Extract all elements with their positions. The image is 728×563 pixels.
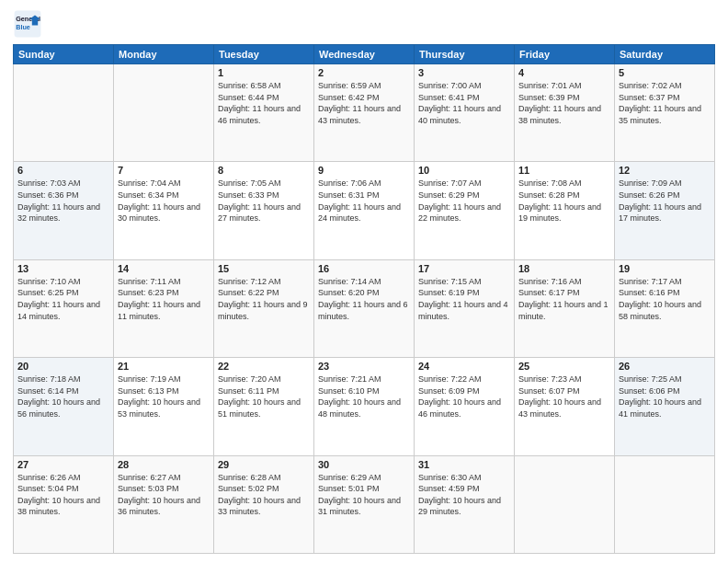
- day-info: Sunrise: 6:29 AM Sunset: 5:01 PM Dayligh…: [318, 472, 410, 518]
- page-header: General Blue: [13, 9, 715, 39]
- weekday-header-monday: Monday: [114, 45, 214, 64]
- day-info: Sunrise: 7:06 AM Sunset: 6:31 PM Dayligh…: [318, 178, 410, 224]
- day-number: 11: [518, 165, 610, 176]
- day-info: Sunrise: 6:26 AM Sunset: 5:04 PM Dayligh…: [17, 472, 109, 518]
- calendar-cell: 13Sunrise: 7:10 AM Sunset: 6:25 PM Dayli…: [14, 259, 114, 357]
- calendar-cell: 21Sunrise: 7:19 AM Sunset: 6:13 PM Dayli…: [114, 358, 214, 455]
- day-info: Sunrise: 7:03 AM Sunset: 6:36 PM Dayligh…: [17, 178, 109, 224]
- day-number: 30: [318, 459, 410, 470]
- day-number: 27: [17, 459, 109, 470]
- calendar-cell: 4Sunrise: 7:01 AM Sunset: 6:39 PM Daylig…: [515, 64, 615, 162]
- calendar-cell: [615, 455, 715, 553]
- calendar-cell: 25Sunrise: 7:23 AM Sunset: 6:07 PM Dayli…: [515, 358, 615, 455]
- day-number: 21: [118, 361, 210, 372]
- day-number: 18: [518, 263, 610, 274]
- day-number: 1: [218, 67, 310, 78]
- day-number: 28: [118, 459, 210, 470]
- calendar-week-3: 20Sunrise: 7:18 AM Sunset: 6:14 PM Dayli…: [14, 358, 715, 455]
- day-info: Sunrise: 7:01 AM Sunset: 6:39 PM Dayligh…: [518, 80, 610, 126]
- calendar-cell: 5Sunrise: 7:02 AM Sunset: 6:37 PM Daylig…: [615, 64, 715, 162]
- day-info: Sunrise: 7:02 AM Sunset: 6:37 PM Dayligh…: [619, 80, 711, 126]
- day-info: Sunrise: 7:12 AM Sunset: 6:22 PM Dayligh…: [218, 276, 310, 322]
- calendar-cell: [515, 455, 615, 553]
- calendar-cell: 3Sunrise: 7:00 AM Sunset: 6:41 PM Daylig…: [415, 64, 515, 162]
- calendar-cell: 20Sunrise: 7:18 AM Sunset: 6:14 PM Dayli…: [14, 358, 114, 455]
- calendar-cell: 1Sunrise: 6:58 AM Sunset: 6:44 PM Daylig…: [214, 64, 314, 162]
- day-info: Sunrise: 6:27 AM Sunset: 5:03 PM Dayligh…: [118, 472, 210, 518]
- calendar-cell: 14Sunrise: 7:11 AM Sunset: 6:23 PM Dayli…: [114, 259, 214, 357]
- calendar-cell: 2Sunrise: 6:59 AM Sunset: 6:42 PM Daylig…: [314, 64, 415, 162]
- weekday-header-wednesday: Wednesday: [314, 45, 415, 64]
- calendar-cell: 6Sunrise: 7:03 AM Sunset: 6:36 PM Daylig…: [14, 162, 114, 259]
- day-number: 25: [518, 361, 610, 372]
- calendar-cell: 22Sunrise: 7:20 AM Sunset: 6:11 PM Dayli…: [214, 358, 314, 455]
- calendar-week-1: 6Sunrise: 7:03 AM Sunset: 6:36 PM Daylig…: [14, 162, 715, 259]
- calendar-cell: 15Sunrise: 7:12 AM Sunset: 6:22 PM Dayli…: [214, 259, 314, 357]
- day-info: Sunrise: 7:20 AM Sunset: 6:11 PM Dayligh…: [218, 373, 310, 419]
- day-number: 29: [218, 459, 310, 470]
- day-number: 14: [118, 263, 210, 274]
- day-info: Sunrise: 7:16 AM Sunset: 6:17 PM Dayligh…: [518, 276, 610, 322]
- day-number: 3: [418, 67, 510, 78]
- day-number: 26: [619, 361, 711, 372]
- day-info: Sunrise: 7:00 AM Sunset: 6:41 PM Dayligh…: [418, 80, 510, 126]
- weekday-header-saturday: Saturday: [615, 45, 715, 64]
- weekday-header-friday: Friday: [515, 45, 615, 64]
- calendar-cell: 30Sunrise: 6:29 AM Sunset: 5:01 PM Dayli…: [314, 455, 415, 553]
- logo-icon: General Blue: [13, 9, 42, 39]
- day-number: 23: [318, 361, 410, 372]
- day-info: Sunrise: 7:10 AM Sunset: 6:25 PM Dayligh…: [17, 276, 109, 322]
- day-info: Sunrise: 7:17 AM Sunset: 6:16 PM Dayligh…: [619, 276, 711, 322]
- day-number: 15: [218, 263, 310, 274]
- calendar-cell: 27Sunrise: 6:26 AM Sunset: 5:04 PM Dayli…: [14, 455, 114, 553]
- calendar-week-2: 13Sunrise: 7:10 AM Sunset: 6:25 PM Dayli…: [14, 259, 715, 357]
- calendar-cell: 9Sunrise: 7:06 AM Sunset: 6:31 PM Daylig…: [314, 162, 415, 259]
- calendar-cell: 23Sunrise: 7:21 AM Sunset: 6:10 PM Dayli…: [314, 358, 415, 455]
- day-number: 2: [318, 67, 410, 78]
- calendar-cell: 17Sunrise: 7:15 AM Sunset: 6:19 PM Dayli…: [415, 259, 515, 357]
- day-info: Sunrise: 7:21 AM Sunset: 6:10 PM Dayligh…: [318, 373, 410, 419]
- day-info: Sunrise: 6:30 AM Sunset: 4:59 PM Dayligh…: [418, 472, 510, 518]
- day-number: 5: [619, 67, 711, 78]
- day-number: 13: [17, 263, 109, 274]
- day-info: Sunrise: 7:25 AM Sunset: 6:06 PM Dayligh…: [619, 373, 711, 419]
- calendar-cell: 24Sunrise: 7:22 AM Sunset: 6:09 PM Dayli…: [415, 358, 515, 455]
- calendar-cell: 8Sunrise: 7:05 AM Sunset: 6:33 PM Daylig…: [214, 162, 314, 259]
- day-info: Sunrise: 7:15 AM Sunset: 6:19 PM Dayligh…: [418, 276, 510, 322]
- calendar-cell: [14, 64, 114, 162]
- day-number: 6: [17, 165, 109, 176]
- calendar-cell: 18Sunrise: 7:16 AM Sunset: 6:17 PM Dayli…: [515, 259, 615, 357]
- calendar-cell: 16Sunrise: 7:14 AM Sunset: 6:20 PM Dayli…: [314, 259, 415, 357]
- calendar-body: 1Sunrise: 6:58 AM Sunset: 6:44 PM Daylig…: [14, 64, 715, 554]
- day-info: Sunrise: 7:05 AM Sunset: 6:33 PM Dayligh…: [218, 178, 310, 224]
- day-info: Sunrise: 7:23 AM Sunset: 6:07 PM Dayligh…: [518, 373, 610, 419]
- day-number: 31: [418, 459, 510, 470]
- day-info: Sunrise: 6:58 AM Sunset: 6:44 PM Dayligh…: [218, 80, 310, 126]
- day-number: 8: [218, 165, 310, 176]
- day-info: Sunrise: 7:07 AM Sunset: 6:29 PM Dayligh…: [418, 178, 510, 224]
- weekday-row: SundayMondayTuesdayWednesdayThursdayFrid…: [14, 45, 715, 64]
- calendar-cell: 12Sunrise: 7:09 AM Sunset: 6:26 PM Dayli…: [615, 162, 715, 259]
- day-info: Sunrise: 7:22 AM Sunset: 6:09 PM Dayligh…: [418, 373, 510, 419]
- day-info: Sunrise: 7:11 AM Sunset: 6:23 PM Dayligh…: [118, 276, 210, 322]
- calendar-header: SundayMondayTuesdayWednesdayThursdayFrid…: [14, 45, 715, 64]
- calendar-week-4: 27Sunrise: 6:26 AM Sunset: 5:04 PM Dayli…: [14, 455, 715, 553]
- day-number: 20: [17, 361, 109, 372]
- weekday-header-thursday: Thursday: [415, 45, 515, 64]
- day-info: Sunrise: 7:19 AM Sunset: 6:13 PM Dayligh…: [118, 373, 210, 419]
- weekday-header-sunday: Sunday: [14, 45, 114, 64]
- svg-text:Blue: Blue: [16, 23, 30, 31]
- day-number: 10: [418, 165, 510, 176]
- day-info: Sunrise: 6:59 AM Sunset: 6:42 PM Dayligh…: [318, 80, 410, 126]
- day-number: 17: [418, 263, 510, 274]
- day-info: Sunrise: 7:08 AM Sunset: 6:28 PM Dayligh…: [518, 178, 610, 224]
- weekday-header-tuesday: Tuesday: [214, 45, 314, 64]
- day-info: Sunrise: 7:14 AM Sunset: 6:20 PM Dayligh…: [318, 276, 410, 322]
- day-number: 4: [518, 67, 610, 78]
- day-number: 7: [118, 165, 210, 176]
- day-number: 22: [218, 361, 310, 372]
- calendar-cell: 11Sunrise: 7:08 AM Sunset: 6:28 PM Dayli…: [515, 162, 615, 259]
- calendar-cell: 19Sunrise: 7:17 AM Sunset: 6:16 PM Dayli…: [615, 259, 715, 357]
- logo: General Blue: [13, 9, 42, 39]
- day-number: 12: [619, 165, 711, 176]
